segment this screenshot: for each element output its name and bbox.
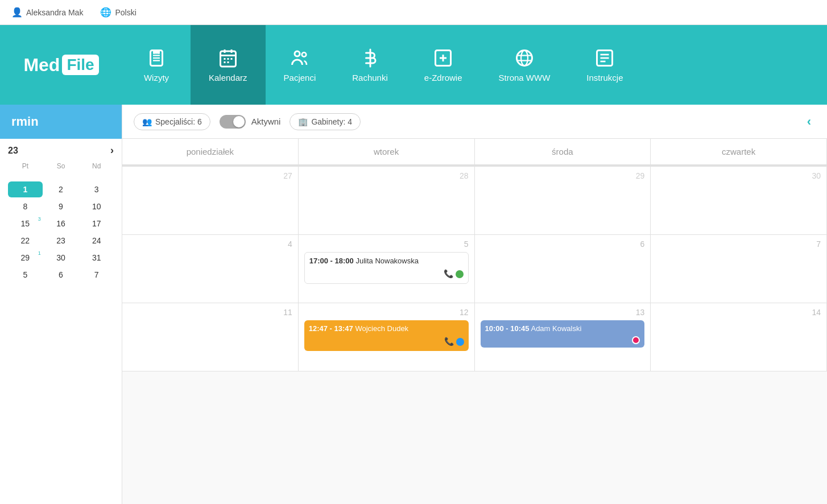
calendar-week-row: 4517:00 - 18:00 Julita Nowakowska📞67 (122, 235, 827, 303)
termin-label: rmin (11, 114, 39, 129)
calendar-day-cell[interactable]: 4 (122, 235, 299, 303)
nav-label-kalendarz: Kalendarz (209, 73, 247, 82)
day-number: 29 (481, 171, 645, 180)
mini-cal-day[interactable]: 7 (79, 267, 114, 283)
nav-item-instrukcje[interactable]: Instrukcje (568, 25, 641, 105)
patients-icon (290, 48, 310, 68)
mini-cal-day[interactable] (44, 173, 78, 180)
day-number: 28 (304, 171, 469, 180)
status-dot[interactable] (632, 336, 640, 344)
mini-cal-year: 23 (8, 146, 18, 156)
sidebar-termin: rmin (0, 105, 122, 139)
nav-item-wizyty[interactable]: Wizyty (122, 25, 191, 105)
calendar-day-cell[interactable]: 14 (651, 303, 827, 371)
calendar-day-cell[interactable]: 517:00 - 18:00 Julita Nowakowska📞 (299, 235, 475, 303)
mini-cal-day[interactable]: 16 (44, 216, 78, 232)
mini-cal-day[interactable]: 9 (44, 199, 78, 214)
calendar-header-row: poniedziałekwtorekśrodaczwartek (122, 139, 827, 167)
day-number: 6 (481, 239, 645, 249)
specialists-icon: 👥 (142, 117, 152, 126)
calendar-toolbar: 👥 Specjaliści: 6 Aktywni 🏢 Gabinety: 4 ‹ (122, 105, 827, 139)
mini-cal-day[interactable]: 6 (44, 267, 78, 283)
mini-cal-day[interactable]: 23 (44, 233, 78, 249)
nav-item-stronawww[interactable]: Strona WWW (480, 25, 568, 105)
aktywni-toggle[interactable] (220, 115, 246, 129)
calendar-icon (218, 48, 238, 68)
language-menu[interactable]: 🌐 Polski (100, 7, 136, 18)
cal-col-header: czwartek (651, 139, 827, 166)
calendar-event[interactable]: 12:47 - 13:47 Wojciech Dudek📞 (304, 320, 469, 351)
logo[interactable]: Med File (0, 25, 122, 105)
gabinety-label: Gabinety: 4 (311, 117, 352, 126)
main-layout: rmin 23 › Pt So Nd 123891015316172223242… (0, 105, 827, 504)
nav-label-pacjenci: Pacjenci (284, 73, 316, 82)
calendar-day-cell[interactable]: 6 (475, 235, 651, 303)
mini-cal-day[interactable]: 22 (8, 233, 43, 249)
phone-icon[interactable]: 📞 (444, 336, 454, 348)
calendar-event[interactable]: 10:00 - 10:45 Adam Kowalski (481, 320, 645, 348)
dow-pt: Pt (8, 161, 43, 171)
mini-cal-day[interactable]: 153 (8, 216, 43, 232)
billing-icon (360, 48, 381, 68)
nav-item-rachunki[interactable]: Rachunki (334, 25, 406, 105)
mini-cal-day[interactable]: 30 (44, 250, 78, 266)
svg-point-17 (302, 52, 307, 57)
mini-cal-day[interactable]: 5 (8, 267, 43, 283)
mini-cal-header: 23 › (8, 144, 114, 156)
mini-cal-day[interactable]: 1 (8, 181, 43, 197)
gabinety-icon: 🏢 (298, 117, 308, 126)
mini-cal-day[interactable]: 10 (79, 199, 114, 214)
mini-cal-day[interactable]: 291 (8, 250, 43, 266)
mini-cal-grid: 123891015316172223242913031567 (8, 173, 114, 283)
nav-item-ezdrowie[interactable]: e-Zdrowie (406, 25, 481, 105)
calendar-day-cell[interactable]: 30 (651, 167, 827, 235)
calendar-day-cell[interactable]: 1310:00 - 10:45 Adam Kowalski (475, 303, 651, 371)
calendar-day-cell[interactable]: 27 (122, 167, 299, 235)
nav-label-rachunki: Rachunki (352, 73, 388, 82)
nav-items: Wizyty Kalendarz Pacj (122, 25, 827, 105)
svg-rect-3 (153, 50, 160, 53)
status-dot[interactable] (456, 270, 464, 278)
calendar-day-cell[interactable]: 7 (651, 235, 827, 303)
mini-cal-day[interactable]: 24 (79, 233, 114, 249)
nav-label-wizyty: Wizyty (144, 73, 169, 82)
main-nav: Med File Wizyty (0, 25, 827, 105)
mini-cal-day[interactable]: 17 (79, 216, 114, 232)
calendar-area: 👥 Specjaliści: 6 Aktywni 🏢 Gabinety: 4 ‹… (122, 105, 827, 504)
mini-cal-day[interactable]: 3 (79, 181, 114, 197)
event-icons (632, 336, 640, 344)
mini-cal-day[interactable]: 8 (8, 199, 43, 214)
nav-item-kalendarz[interactable]: Kalendarz (191, 25, 266, 105)
status-dot[interactable] (456, 338, 464, 346)
calendar-day-cell[interactable]: 1212:47 - 13:47 Wojciech Dudek📞 (299, 303, 475, 371)
day-number: 27 (128, 171, 292, 180)
phone-icon[interactable]: 📞 (444, 268, 453, 280)
day-number: 7 (656, 239, 821, 249)
specialists-label: Specjaliści: 6 (155, 117, 202, 126)
mini-cal-day[interactable]: 2 (44, 181, 78, 197)
event-text: 10:00 - 10:45 Adam Kowalski (485, 324, 640, 334)
specialists-button[interactable]: 👥 Specjaliści: 6 (134, 113, 210, 130)
clipboard-icon (146, 48, 167, 68)
dow-so: So (44, 161, 78, 171)
calendar-day-cell[interactable]: 11 (122, 303, 299, 371)
toggle-knob (233, 116, 245, 127)
day-number: 12 (304, 308, 469, 317)
calendar-day-cell[interactable]: 29 (475, 167, 651, 235)
calendar-event[interactable]: 17:00 - 18:00 Julita Nowakowska📞 (304, 252, 469, 284)
mini-cal-day[interactable] (79, 173, 114, 180)
user-menu[interactable]: 👤 Aleksandra Mak (11, 7, 83, 18)
top-bar: 👤 Aleksandra Mak 🌐 Polski (0, 0, 827, 25)
mini-cal-day[interactable] (8, 173, 43, 180)
calendar-day-cell[interactable]: 28 (299, 167, 475, 235)
mini-cal-next[interactable]: › (110, 144, 114, 156)
nav-label-instrukcje: Instrukcje (586, 73, 623, 82)
nav-item-pacjenci[interactable]: Pacjenci (266, 25, 334, 105)
aktywni-label: Aktywni (251, 117, 281, 126)
event-icons: 📞 (444, 336, 464, 348)
mini-cal-day[interactable]: 31 (79, 250, 114, 266)
back-button[interactable]: ‹ (803, 112, 816, 131)
language-label: Polski (115, 8, 136, 17)
gabinety-button[interactable]: 🏢 Gabinety: 4 (290, 113, 361, 130)
website-icon (514, 48, 535, 68)
